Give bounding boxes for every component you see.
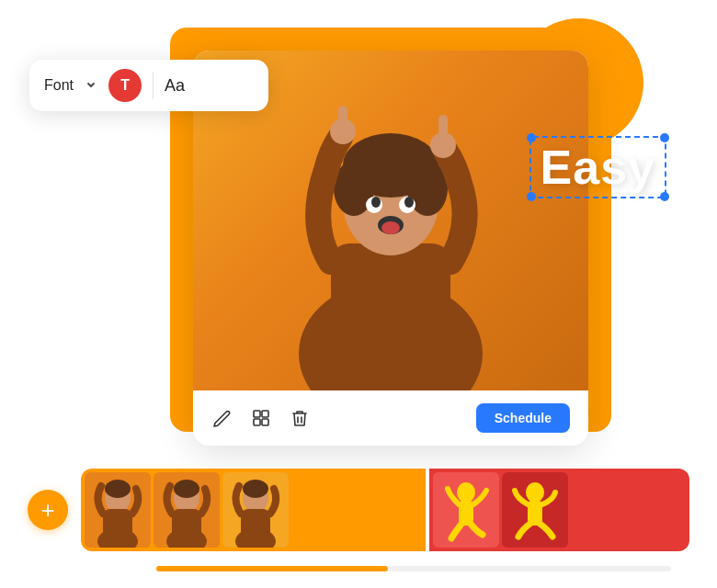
handle-tr[interactable] (660, 133, 669, 142)
person-svg (262, 60, 519, 390)
easy-selection-box: Easy (529, 136, 666, 198)
svg-point-36 (457, 482, 475, 503)
filmstrip-container: + (28, 469, 689, 551)
font-chevron-icon[interactable] (85, 79, 97, 92)
layout-icon[interactable] (250, 407, 272, 429)
toolbar-icons-group (211, 407, 311, 429)
edit-icon[interactable] (211, 407, 233, 429)
svg-rect-1 (331, 243, 450, 381)
progress-bar-container (156, 566, 671, 571)
easy-text: Easy (541, 141, 655, 194)
svg-point-22 (105, 480, 131, 498)
svg-point-39 (526, 482, 544, 503)
film-thumb-2[interactable] (154, 472, 220, 548)
svg-rect-15 (438, 115, 448, 150)
handle-bl[interactable] (527, 192, 536, 201)
add-clip-button[interactable]: + (28, 490, 68, 530)
handle-tl[interactable] (527, 133, 536, 142)
svg-rect-19 (262, 419, 268, 425)
film-thumb-red-2[interactable] (502, 472, 568, 548)
svg-point-10 (371, 197, 381, 208)
font-t-badge[interactable]: T (108, 69, 142, 102)
filmstrip (81, 469, 689, 551)
film-thumb-3[interactable] (222, 472, 289, 548)
schedule-button[interactable]: Schedule (476, 403, 570, 433)
delete-icon[interactable] (289, 407, 311, 429)
font-label: Font (44, 77, 74, 94)
svg-rect-16 (254, 411, 260, 417)
svg-rect-13 (338, 106, 347, 138)
film-thumb-1[interactable] (85, 472, 151, 548)
handle-br[interactable] (660, 192, 669, 201)
progress-bar-fill (156, 566, 388, 571)
film-segment-red (429, 469, 689, 551)
film-thumb-red-1[interactable] (433, 472, 499, 548)
film-segment-orange (81, 469, 426, 551)
svg-point-11 (404, 197, 414, 208)
svg-point-7 (381, 221, 400, 234)
font-aa-text: Aa (165, 76, 185, 96)
svg-rect-18 (254, 419, 260, 425)
easy-text-overlay[interactable]: Easy (529, 136, 666, 198)
svg-rect-17 (262, 411, 268, 417)
main-container: Font T Aa (0, 0, 717, 588)
font-selector-card: Font T Aa (29, 60, 268, 111)
svg-point-27 (174, 480, 199, 498)
editor-toolbar: Schedule (193, 390, 588, 446)
font-divider (153, 72, 154, 99)
svg-point-32 (243, 480, 268, 498)
